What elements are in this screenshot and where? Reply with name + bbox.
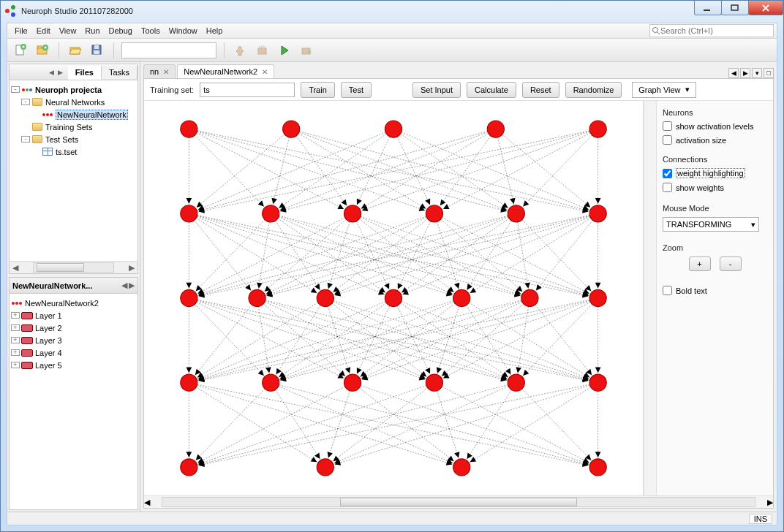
run-button[interactable] (276, 42, 293, 59)
save-all-button[interactable] (88, 42, 106, 59)
svg-line-214 (353, 298, 461, 383)
svg-marker-291 (470, 457, 477, 462)
tree-item[interactable]: ts.tset (56, 148, 77, 156)
tree-twisty-icon[interactable]: + (11, 312, 20, 319)
show-weights-checkbox[interactable] (663, 183, 672, 192)
weight-highlight-checkbox[interactable] (663, 169, 672, 178)
graph-hscroll[interactable]: ◀▶ (144, 495, 773, 508)
editor-tab-nn[interactable]: nn✕ (143, 64, 176, 78)
build-button[interactable] (232, 42, 249, 59)
svg-marker-207 (502, 371, 508, 377)
bold-text-checkbox[interactable] (663, 286, 672, 295)
debug-button[interactable] (298, 42, 315, 59)
panel-scroll-right-icon[interactable]: ▶ (58, 69, 65, 76)
tree-twisty-icon[interactable]: - (21, 136, 30, 142)
titlebar[interactable]: Neuroph Studio 201107282000 (1, 1, 783, 21)
svg-marker-283 (467, 453, 472, 460)
nav-item-layer[interactable]: Layer 2 (35, 324, 62, 332)
tree-item[interactable]: Neural Networks (45, 98, 105, 107)
svg-line-156 (461, 213, 598, 298)
new-file-button[interactable] (12, 42, 29, 59)
calculate-button[interactable]: Calculate (467, 82, 516, 98)
scroll-right-icon[interactable]: ▶ (740, 68, 750, 78)
nav-item-network[interactable]: NewNeuralNetwork2 (25, 299, 99, 308)
menu-file[interactable]: File (10, 25, 32, 37)
set-input-button[interactable]: Set Input (412, 82, 461, 98)
tree-item-project[interactable]: Neuroph projecta (35, 86, 102, 94)
nav-item-layer[interactable]: Layer 5 (35, 361, 62, 370)
search-box[interactable] (649, 24, 774, 37)
tree-twisty-icon[interactable]: + (11, 349, 20, 356)
tree-item[interactable]: Test Sets (45, 135, 78, 144)
tree-twisty-icon[interactable]: + (11, 337, 20, 343)
close-icon[interactable]: ✕ (262, 68, 268, 76)
svg-marker-293 (595, 452, 601, 457)
section-neurons: Neurons (663, 108, 767, 117)
scroll-left-icon[interactable]: ◀ (728, 68, 739, 78)
menu-debug[interactable]: Debug (105, 25, 137, 37)
project-tree[interactable]: -Neuroph projecta -Neural Networks NewNe… (10, 80, 137, 261)
network-graph-canvas[interactable] (144, 101, 644, 495)
panel-scroll-right-icon[interactable]: ▶ (129, 281, 135, 290)
editor-tab-active[interactable]: NewNeuralNetwork2✕ (177, 64, 274, 78)
randomize-button[interactable]: Randomize (565, 82, 622, 98)
close-button[interactable] (748, 1, 783, 15)
svg-point-309 (453, 289, 470, 306)
svg-line-40 (291, 129, 598, 214)
files-tab[interactable]: Files (68, 66, 102, 80)
clean-build-button[interactable] (254, 42, 271, 59)
svg-marker-143 (467, 284, 472, 290)
svg-line-24 (189, 129, 434, 214)
tree-twisty-icon[interactable]: - (21, 99, 30, 105)
network-icon (42, 110, 53, 120)
nav-item-layer[interactable]: Layer 3 (35, 336, 62, 345)
config-combo[interactable] (121, 42, 216, 58)
zoom-in-button[interactable]: + (689, 256, 711, 271)
tree-item[interactable]: Training Sets (45, 123, 92, 132)
panel-scroll-left-icon[interactable]: ◀ (121, 281, 127, 290)
statusbar: INS (7, 512, 777, 525)
maximize-icon[interactable]: □ (764, 68, 774, 78)
train-button[interactable]: Train (301, 82, 335, 98)
show-activation-checkbox[interactable] (663, 121, 672, 131)
project-tree-hscroll[interactable]: ◀▶ (10, 261, 137, 273)
test-button[interactable]: Test (341, 82, 372, 98)
svg-line-140 (393, 213, 516, 298)
svg-point-303 (508, 205, 524, 222)
close-icon[interactable]: ✕ (163, 68, 169, 76)
graph-vscroll[interactable] (644, 101, 656, 495)
tree-item-selected[interactable]: NewNeuralNetwork (56, 110, 128, 120)
svg-point-302 (426, 205, 442, 222)
search-input[interactable] (660, 26, 772, 35)
menu-edit[interactable]: Edit (32, 25, 55, 37)
zoom-out-button[interactable]: - (720, 256, 742, 271)
svg-point-307 (317, 289, 333, 306)
mouse-mode-select[interactable]: TRANSFORMING▾ (663, 217, 759, 232)
activation-size-checkbox[interactable] (663, 135, 672, 145)
tree-twisty-icon[interactable]: + (11, 324, 20, 331)
tree-twisty-icon[interactable]: + (11, 362, 20, 368)
new-project-button[interactable] (34, 42, 51, 59)
view-mode-select[interactable]: Graph View▾ (632, 82, 696, 98)
svg-line-208 (393, 298, 598, 383)
menu-window[interactable]: Window (165, 25, 202, 37)
svg-point-295 (283, 121, 300, 137)
menu-help[interactable]: Help (202, 25, 227, 37)
navigator-tree[interactable]: NewNeuralNetwork2 +Layer 1 +Layer 2 +Lay… (10, 294, 137, 509)
tasks-tab[interactable]: Tasks (102, 66, 137, 79)
minimize-button[interactable] (694, 1, 722, 15)
nav-item-layer[interactable]: Layer 4 (35, 349, 62, 357)
training-set-input[interactable] (200, 83, 295, 97)
menu-run[interactable]: Run (80, 25, 104, 37)
dropdown-icon[interactable]: ▾ (752, 68, 762, 78)
menu-tools[interactable]: Tools (137, 25, 165, 37)
panel-scroll-left-icon[interactable]: ◀ (49, 69, 56, 76)
nav-item-layer[interactable]: Layer 1 (35, 311, 62, 320)
svg-line-30 (189, 129, 291, 214)
maximize-button[interactable] (721, 1, 749, 15)
tree-twisty-icon[interactable]: - (11, 86, 20, 93)
open-button[interactable] (67, 42, 84, 59)
reset-button[interactable]: Reset (522, 82, 559, 98)
menu-view[interactable]: View (55, 25, 81, 37)
network-icon (11, 298, 23, 308)
